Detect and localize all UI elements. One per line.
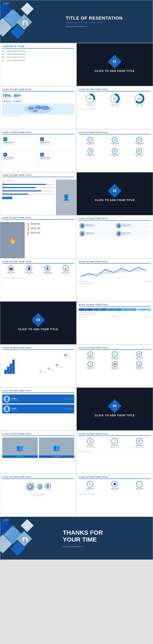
pencil-2: 🎓 Add Your Title text here	[103, 481, 126, 490]
staircase-slide: CLICK TO ADD YOUR TITLE 01 02 03 04 04 A…	[0, 344, 76, 388]
steps-slide: CLICK TO ADD YOUR TITLE STEP 1 STEP 2 ST…	[76, 302, 153, 344]
thanks-diamond-group: 👔	[0, 517, 41, 560]
diamond-5	[21, 2, 34, 16]
staircase-title: CLICK TO ADD YOUR TITLE	[2, 347, 74, 350]
icon-grid-3: 03 Add Your Title text here	[128, 136, 151, 146]
svg-point-5	[30, 108, 30, 109]
diamond-group: 👔	[0, 0, 37, 43]
contents-item-1[interactable]: 01 CLICK TO ADD YOUR TITLE	[2, 50, 74, 52]
icon-col-3: 👤 Add Your Title text here	[39, 265, 56, 275]
staircase: 01 02 03 04 04 Add Your Title 03 Add You…	[2, 352, 74, 376]
thanks-text-block: THANKS FORYOUR TIME www.yourcompanyname.…	[63, 529, 147, 548]
section2-title: CLICK TO ADD YOUR TITLE	[95, 198, 135, 202]
row-quad: CLICK TO ADD YOUR TITLE 01 Add Your Titl…	[0, 129, 153, 172]
trophy-2: 🏆 Add Your Title Description text here	[26, 227, 75, 230]
step-5: STEP 5	[137, 308, 151, 311]
prog-4: Title	[2, 192, 54, 195]
icon3-1: 💡 Add Your Title Description text here	[79, 438, 102, 448]
row-timeline: CLICK TO ADD YOUR TITLE 01 02 03 04 04 A…	[0, 344, 153, 388]
progress-header: CLICK TO ADD YOUR TITLE	[0, 172, 76, 180]
touch-slide: CLICK TO ADD YOUR TITLE 👆 🏆 Add Your Tit…	[0, 215, 76, 258]
contents-item-3[interactable]: 03 CLICK TO ADD YOUR TITLE	[2, 56, 74, 58]
person-circle: 👤	[45, 483, 51, 489]
person-3: 👤 Add Your Title Add Your Title	[79, 230, 114, 237]
quad-slide: CLICK TO ADD YOUR TITLE 01 Add Your Titl…	[0, 129, 76, 172]
icon-col-4: 🔒 Add Your Title text here	[57, 265, 74, 275]
gear-slide: CLICK TO ADD YOUR TITLE ⚙️ ⚙️ 👤 Add Your…	[0, 474, 76, 517]
svg-point-4	[33, 110, 38, 112]
stats-row: 78% Add Your Title 80+ Add Your Title	[2, 93, 74, 100]
section2-content: 02 CLICK TO ADD YOUR TITLE	[95, 186, 135, 202]
row-icons: CLICK TO ADD YOUR TITLE 💼 Add Your Title…	[0, 258, 153, 302]
stat2-val: 80+	[14, 93, 21, 98]
gear-area: ⚙️ ⚙️ 👤 Add Your Title	[2, 482, 74, 492]
contents-item-2[interactable]: 02 CLICK TO ADD YOUR TITLE	[2, 53, 74, 55]
trophy-3: 🏆 Add Your Title Description text here	[26, 232, 75, 235]
icons3-title: CLICK TO ADD YOUR TITLE	[79, 433, 151, 436]
icons6-grid: 💡 Add Your Title text here ⚡ Add Your Ti…	[79, 352, 151, 370]
row-contents: CONTENTS PAGE 01 CLICK TO ADD YOUR TITLE…	[0, 43, 153, 86]
section2-diamond: 02	[108, 184, 122, 198]
section3-slide: 03 CLICK TO ADD YOUR TITLE	[0, 302, 76, 344]
icon3-2: ⚡ Add Your Title Description text here	[103, 438, 126, 448]
icons3-slide: CLICK TO ADD YOUR TITLE 💡 Add Your Title…	[76, 430, 153, 474]
donut-row: 30% Add Your Title Add Your Title 45% Ad…	[79, 94, 151, 107]
prog-3: Title	[2, 189, 54, 192]
row-photos2: CLICK TO ADD YOUR TITLE 👥 Add Your Title…	[0, 430, 153, 474]
section1-slide: 01 CLICK TO ADD YOUR TITLE	[76, 43, 153, 86]
icons6-slide: CLICK TO ADD YOUR TITLE 💡 Add Your Title…	[76, 344, 153, 388]
pencil-title: CLICK TO ADD YOUR TITLE	[79, 476, 151, 479]
progress-content: Title text here description Title Title …	[0, 180, 56, 215]
icon-grid-1: 01 Add Your Title text here	[79, 136, 102, 146]
wave-title: CLICK TO ADD YOUR TITLE	[79, 260, 151, 264]
logo-badge: LOGO	[3, 2, 9, 5]
stat1-val: 78%	[2, 93, 11, 98]
photos2-slide: CLICK TO ADD YOUR TITLE 👥 Add Your Title…	[0, 430, 76, 474]
contents-item-4[interactable]: 04 CLICK TO ADD YOUR TITLE	[2, 60, 74, 61]
gear-icon-1: ⚙️	[25, 482, 35, 492]
photo-left: 👥 Add Your Title	[2, 438, 38, 458]
person-1: 👤 Add Your Title Add Your Title	[79, 222, 114, 229]
steps-row: STEP 1 STEP 2 STEP 3 STEP 4 STEP 5	[79, 308, 151, 311]
section3-title: CLICK TO ADD YOUR TITLE	[18, 328, 58, 331]
step-3: STEP 3	[108, 308, 122, 311]
profiles-list: 👤 NAME Add Your Title Add Your Title tex…	[2, 394, 74, 414]
touch-title: CLICK TO ADD YOUR TITLE	[2, 217, 75, 220]
pencil-3: 📄 Add Your Title text here	[128, 481, 151, 490]
people-grid: 👤 Add Your Title Add Your Title 👤 Add Yo…	[79, 222, 151, 237]
svg-point-6	[39, 107, 40, 108]
quad-item-3: 03 Add Your Title Add Your Title text he…	[2, 152, 38, 166]
svg-point-1	[28, 107, 34, 110]
thanks-logo: LOGO	[3, 518, 9, 522]
icons3-row: 💡 Add Your Title Description text here ⚡…	[79, 438, 151, 448]
contents-slide: CONTENTS PAGE 01 CLICK TO ADD YOUR TITLE…	[0, 43, 76, 86]
section3-content: 03 CLICK TO ADD YOUR TITLE	[18, 315, 58, 331]
icon-cols: 💼 Add Your Title text here 📱 Add Your Ti…	[2, 265, 74, 275]
section1-title: CLICK TO ADD YOUR TITLE	[95, 70, 135, 72]
pencil-slide: CLICK TO ADD YOUR TITLE ✏️ Add Your Titl…	[76, 474, 153, 517]
step-4: STEP 4	[122, 308, 136, 311]
quad-item-2: 02 Add Your Title Add Your Title text he…	[39, 136, 74, 150]
wave-chart-slide: CLICK TO ADD YOUR TITLE Add Your Title A…	[76, 258, 153, 302]
progress-title: CLICK TO ADD YOUR TITLE	[2, 174, 74, 177]
pencil-1: ✏️ Add Your Title text here	[79, 481, 102, 490]
row-profiles: CLICK TO ADD YOUR TITLE 👤 NAME Add Your …	[0, 388, 153, 430]
row-touch: CLICK TO ADD YOUR TITLE 👆 🏆 Add Your Tit…	[0, 215, 153, 258]
photo-right: 👥 Add Your Title	[39, 438, 74, 458]
stats-slide: CLICK TO ADD YOUR TITLE 78% Add Your Tit…	[0, 86, 76, 129]
wave-chart	[79, 265, 151, 280]
touch-photo: 👆	[0, 222, 25, 258]
steps-title: CLICK TO ADD YOUR TITLE	[79, 304, 151, 307]
section4-slide: 04 CLICK TO ADD YOUR TITLE	[76, 388, 153, 430]
icon3-3: 🔗 Add Your Title Description text here	[128, 438, 151, 448]
quad-item-1: 01 Add Your Title Add Your Title text he…	[2, 136, 38, 150]
icons6-title: CLICK TO ADD YOUR TITLE	[79, 347, 151, 350]
row-stats: CLICK TO ADD YOUR TITLE 78% Add Your Tit…	[0, 86, 153, 129]
photo-left-label: Add Your Title	[2, 456, 38, 458]
icon-grid-6: 06 Add Your Title text here	[128, 147, 151, 158]
quad-grid: 01 Add Your Title Add Your Title text he…	[2, 136, 74, 166]
person-4: 👤 Add Your Title Add Your Title	[115, 230, 151, 237]
donut-2: 45% Add Your Title Add Your Title	[110, 94, 120, 107]
icon-grid-2: 02 Add Your Title text here	[103, 136, 126, 146]
section4-title: CLICK TO ADD YOUR TITLE	[95, 414, 135, 417]
